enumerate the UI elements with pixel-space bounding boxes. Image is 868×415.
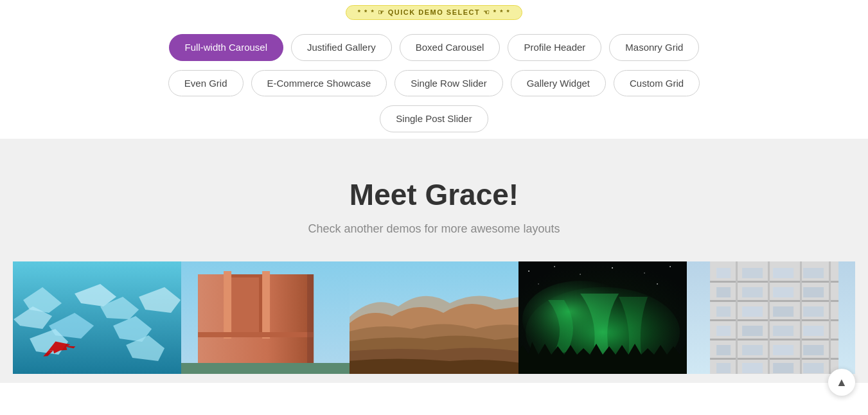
gallery-strip [13, 261, 855, 374]
svg-rect-49 [773, 268, 793, 278]
svg-rect-69 [773, 363, 793, 373]
demo-btn-gallery-widget[interactable]: Gallery Widget [511, 70, 606, 97]
demo-btn-full-width-carousel[interactable]: Full-width Carousel [169, 34, 283, 61]
svg-rect-52 [742, 287, 763, 297]
svg-rect-59 [716, 326, 731, 336]
gallery-item-building [181, 261, 350, 374]
svg-rect-41 [710, 339, 838, 340]
gallery-item-aurora [518, 261, 687, 374]
svg-rect-53 [773, 287, 793, 297]
svg-rect-64 [742, 345, 763, 355]
svg-rect-65 [773, 345, 793, 355]
svg-point-27 [554, 266, 555, 267]
svg-rect-70 [803, 363, 824, 373]
svg-rect-54 [803, 287, 824, 297]
svg-rect-51 [716, 287, 731, 297]
svg-rect-61 [773, 326, 793, 336]
gallery-item-architecture [687, 261, 855, 374]
demo-btn-boxed-carousel[interactable]: Boxed Carousel [400, 34, 500, 61]
svg-rect-62 [803, 326, 824, 336]
svg-rect-48 [742, 268, 763, 278]
demo-row-2: Even Grid E-Commerce Showcase Single Row… [168, 70, 700, 97]
svg-rect-44 [768, 261, 770, 374]
quick-demo-banner: * * * ☞ QUICK DEMO SELECT ☜ * * * [0, 0, 868, 22]
demo-btn-even-grid[interactable]: Even Grid [168, 70, 244, 97]
svg-rect-18 [230, 278, 259, 332]
svg-rect-55 [716, 306, 731, 317]
svg-point-32 [538, 283, 539, 285]
svg-rect-39 [710, 300, 838, 302]
svg-rect-20 [262, 271, 270, 339]
main-title: Meet Grace! [13, 177, 855, 212]
svg-rect-58 [803, 306, 824, 317]
svg-rect-63 [716, 345, 731, 355]
demo-btn-single-post-slider[interactable]: Single Post Slider [380, 105, 488, 132]
svg-point-33 [657, 283, 658, 285]
svg-point-29 [612, 267, 613, 269]
demo-select-area: Full-width Carousel Justified Gallery Bo… [0, 22, 868, 139]
demo-row-1: Full-width Carousel Justified Gallery Bo… [169, 34, 700, 61]
svg-point-28 [580, 274, 581, 275]
svg-rect-43 [736, 261, 738, 374]
svg-point-26 [528, 270, 529, 272]
gallery-item-ice [13, 261, 181, 374]
quick-demo-badge: * * * ☞ QUICK DEMO SELECT ☜ * * * [346, 5, 523, 20]
gallery-item-mountains [350, 261, 518, 374]
main-subtitle: Check another demos for more awesome lay… [13, 222, 855, 236]
svg-rect-67 [716, 363, 731, 373]
demo-btn-profile-header[interactable]: Profile Header [508, 34, 601, 61]
demo-btn-single-row-slider[interactable]: Single Row Slider [394, 70, 502, 97]
demo-btn-ecommerce-showcase[interactable]: E-Commerce Showcase [251, 70, 387, 97]
svg-rect-68 [742, 363, 763, 373]
demo-row-3: Single Post Slider [380, 105, 488, 132]
svg-rect-57 [773, 306, 793, 317]
svg-rect-38 [710, 281, 838, 283]
svg-point-31 [669, 266, 671, 267]
demo-btn-masonry-grid[interactable]: Masonry Grid [609, 34, 699, 61]
svg-rect-56 [742, 306, 763, 317]
svg-rect-42 [710, 358, 838, 360]
svg-rect-50 [803, 268, 824, 278]
svg-rect-60 [742, 326, 763, 336]
svg-point-30 [644, 272, 645, 274]
svg-rect-19 [224, 271, 231, 339]
svg-rect-66 [803, 345, 824, 355]
svg-point-35 [522, 281, 638, 358]
demo-btn-custom-grid[interactable]: Custom Grid [614, 70, 700, 97]
demo-btn-justified-gallery[interactable]: Justified Gallery [291, 34, 392, 61]
main-content: Meet Grace! Check another demos for more… [0, 139, 868, 383]
svg-rect-46 [829, 261, 831, 374]
svg-rect-21 [198, 332, 314, 337]
svg-rect-45 [800, 261, 802, 374]
svg-rect-23 [181, 363, 350, 374]
svg-rect-47 [716, 268, 731, 278]
svg-rect-22 [307, 274, 314, 374]
svg-rect-40 [710, 319, 838, 321]
svg-rect-37 [710, 261, 838, 374]
